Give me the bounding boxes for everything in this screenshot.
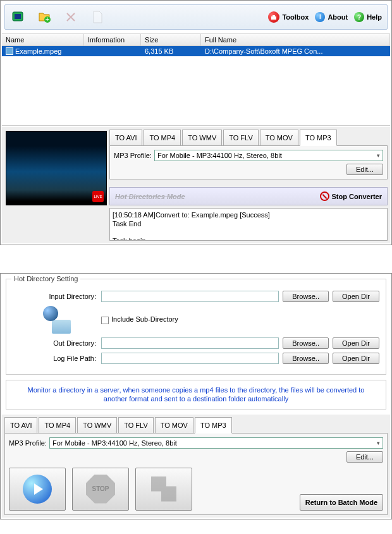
hotdir-window: Hot Directory Setting Input Directory: B…: [0, 273, 392, 519]
help-label: Help: [367, 13, 382, 21]
svg-rect-1: [15, 14, 21, 19]
table-empty-area[interactable]: [2, 56, 390, 126]
file-icon: [6, 47, 13, 55]
col-size[interactable]: Size: [141, 34, 201, 46]
log-path-field[interactable]: [101, 353, 279, 364]
preview-pane: LIVE: [2, 127, 107, 243]
profile-label: MP3 Profile:: [114, 152, 152, 159]
out-dir-field[interactable]: [101, 337, 279, 349]
svg-rect-5: [273, 15, 275, 17]
play-button[interactable]: [9, 468, 66, 511]
log-path-label: Log File Path:: [13, 355, 101, 362]
cell-full: D:\Company-Soft\Boxoft MPEG Con...: [201, 46, 390, 56]
profile-select-2[interactable]: For Mobile - MP3:44100 Hz, Stereo, 8bit: [49, 437, 383, 449]
out-opendir-button[interactable]: Open Dir: [333, 337, 379, 349]
out-browse-button[interactable]: Browse..: [283, 337, 329, 349]
col-name[interactable]: Name: [2, 34, 84, 46]
tab2-mp3[interactable]: TO MP3: [195, 417, 232, 434]
info-icon: i: [315, 12, 325, 22]
hotdir-legend: Hot Directory Setting: [11, 275, 80, 282]
stop-converter-button[interactable]: Stop Converter: [320, 191, 382, 201]
profile-label-2: MP3 Profile:: [9, 439, 47, 447]
hotdir-note: Monitor a directory in a server, when so…: [6, 380, 386, 410]
tab2-mp4[interactable]: TO MP4: [39, 417, 76, 434]
cell-name: Example.mpeg: [15, 47, 61, 55]
tab-avi[interactable]: TO AVI: [109, 130, 142, 146]
input-opendir-button[interactable]: Open Dir: [333, 291, 379, 302]
about-button[interactable]: iAbout: [315, 12, 348, 22]
add-folder-icon[interactable]: +: [37, 9, 52, 25]
hot-dir-mode-label: Hot Directories Mode: [115, 193, 185, 200]
format-tabs: TO AVI TO MP4 TO WMV TO FLV TO MOV TO MP…: [109, 130, 388, 146]
forbid-icon: [320, 191, 329, 201]
log-area[interactable]: [10:50:18 AM]Convert to: Example.mpeg [S…: [109, 208, 388, 241]
tab-mp4[interactable]: TO MP4: [144, 130, 181, 146]
table-header: Name Imformation Size Full Name: [2, 33, 390, 46]
help-icon: ?: [354, 12, 364, 22]
toolbox-button[interactable]: Toolbox: [268, 11, 309, 23]
include-subdir-label: Include Sub-Directory: [111, 315, 178, 323]
help-button[interactable]: ?Help: [354, 12, 382, 22]
profile-select[interactable]: For Mobile - MP3:44100 Hz, Stereo, 8bit: [154, 150, 383, 161]
input-dir-label: Input Directory:: [13, 293, 101, 300]
input-browse-button[interactable]: Browse..: [283, 291, 329, 302]
tab2-wmv[interactable]: TO WMV: [77, 417, 117, 434]
cell-info: [84, 46, 141, 56]
play-icon: [23, 475, 52, 504]
arrow-down-icon: [151, 476, 176, 502]
tab-body-2: MP3 Profile: For Mobile - MP3:44100 Hz, …: [4, 433, 388, 515]
cell-size: 6,315 KB: [141, 46, 201, 56]
stop-button[interactable]: STOP: [72, 468, 129, 511]
tab2-mov[interactable]: TO MOV: [155, 417, 193, 434]
edit-button[interactable]: Edit...: [346, 164, 383, 175]
tab-wmv[interactable]: TO WMV: [182, 130, 222, 146]
tab-mov[interactable]: TO MOV: [260, 130, 298, 146]
format-tabs-2: TO AVI TO MP4 TO WMV TO FLV TO MOV TO MP…: [4, 417, 388, 434]
stop-icon: STOP: [86, 475, 115, 504]
edit-button-2[interactable]: Edit...: [346, 451, 383, 463]
delete-icon[interactable]: [63, 9, 78, 25]
video-preview[interactable]: LIVE: [6, 131, 107, 205]
document-icon[interactable]: [90, 9, 105, 25]
globe-folder-icon: [43, 306, 71, 334]
main-window: + Toolbox iAbout ?Help Name Imformation …: [0, 0, 392, 245]
toolbox-label: Toolbox: [282, 13, 309, 21]
toolbox-icon: [268, 11, 279, 23]
about-label: About: [328, 13, 348, 21]
resume-button[interactable]: [135, 468, 192, 511]
stop-converter-label: Stop Converter: [332, 193, 382, 200]
tab2-avi[interactable]: TO AVI: [4, 417, 37, 434]
file-table: Name Imformation Size Full Name Example.…: [2, 33, 390, 126]
input-dir-field[interactable]: [101, 291, 279, 302]
lower-panel: LIVE TO AVI TO MP4 TO WMV TO FLV TO MOV …: [2, 127, 390, 243]
main-toolbar: + Toolbox iAbout ?Help: [4, 4, 388, 30]
col-info[interactable]: Imformation: [84, 34, 141, 46]
svg-text:+: +: [46, 15, 49, 23]
big-buttons: STOP Return to Batch Mode: [9, 468, 383, 511]
table-row[interactable]: Example.mpeg 6,315 KB D:\Company-Soft\Bo…: [2, 46, 390, 56]
hotdir-fieldset: Hot Directory Setting Input Directory: B…: [6, 279, 386, 375]
tab-flv[interactable]: TO FLV: [223, 130, 259, 146]
tab2-flv[interactable]: TO FLV: [118, 417, 154, 434]
profile-value: For Mobile - MP3:44100 Hz, Stereo, 8bit: [157, 152, 282, 159]
col-full[interactable]: Full Name: [201, 34, 390, 46]
tab-body: MP3 Profile: For Mobile - MP3:44100 Hz, …: [109, 145, 388, 179]
return-batch-button[interactable]: Return to Batch Mode: [300, 494, 383, 511]
mode-bar: Hot Directories Mode Stop Converter: [109, 187, 388, 205]
log-browse-button[interactable]: Browse..: [283, 353, 329, 364]
out-dir-label: Out Directory:: [13, 339, 101, 347]
add-video-icon[interactable]: [10, 9, 25, 25]
include-subdir-checkbox[interactable]: Include Sub-Directory: [101, 315, 178, 324]
profile-value-2: For Mobile - MP3:44100 Hz, Stereo, 8bit: [52, 439, 177, 447]
log-opendir-button[interactable]: Open Dir: [333, 353, 379, 364]
live-badge: LIVE: [92, 191, 104, 202]
tab-mp3[interactable]: TO MP3: [300, 130, 337, 146]
